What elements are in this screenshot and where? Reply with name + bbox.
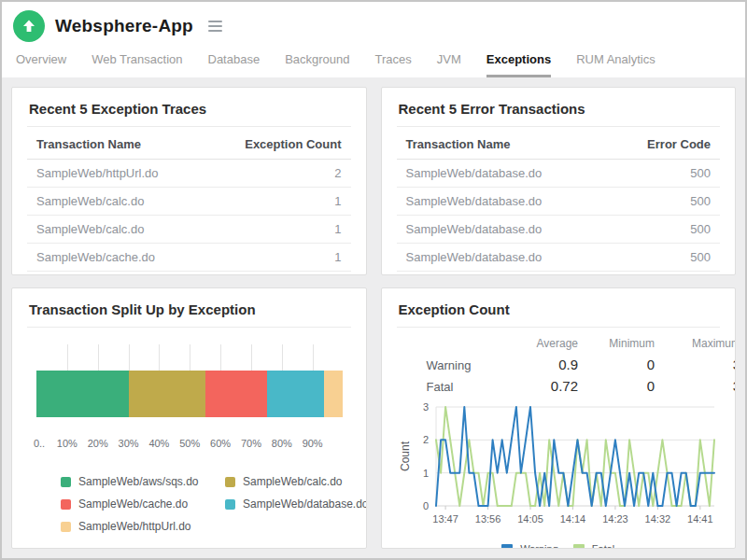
tab-background[interactable]: Background [285, 52, 349, 77]
panel-title: Recent 5 Exception Traces [27, 99, 351, 127]
legend-label: SampleWeb/database.do [243, 497, 367, 511]
exception-traces-table: Transaction Name Exception Count SampleW… [27, 129, 351, 275]
error-transactions-rows: SampleWeb/database.do 500 SampleWeb/data… [397, 160, 721, 276]
gridline [190, 344, 190, 371]
exception-count-legend: Warning Fatal [397, 543, 721, 549]
exception-count-stats-table: AverageMinimumMaximumWarning0.903Fatal0.… [427, 331, 737, 398]
error-transactions-table: Transaction Name Error Code SampleWeb/da… [397, 129, 721, 275]
bar-segment-httpUrl.do[interactable] [324, 371, 343, 417]
up-arrow-icon [21, 18, 37, 35]
percentage-axis: 0..10%20%30%40%50%60%70%80%90% [36, 438, 344, 451]
legend-item[interactable]: SampleWeb/httpUrl.do [61, 520, 225, 533]
transaction-name-cell: SampleWeb/database.do [397, 216, 608, 244]
bar-segment-cache.do[interactable] [205, 371, 268, 417]
svg-text:14:32: 14:32 [644, 513, 670, 525]
stats-value: 3 [655, 355, 736, 376]
column-header-transaction-name: Transaction Name [27, 129, 213, 160]
tab-exceptions[interactable]: Exceptions [486, 52, 551, 77]
svg-text:14:23: 14:23 [602, 513, 628, 525]
axis-tick-label: 10% [57, 438, 78, 449]
value-cell: 2 [213, 160, 351, 188]
tab-database[interactable]: Database [208, 52, 261, 77]
axis-tick-label: 0.. [34, 438, 45, 449]
stats-row-label-warning: Warning [427, 355, 500, 376]
tab-jvm[interactable]: JVM [437, 52, 461, 77]
transaction-name-cell: SampleWeb/calc.do [27, 216, 213, 244]
value-cell: 500 [608, 188, 720, 216]
tab-traces[interactable]: Traces [375, 52, 412, 77]
legend-label: SampleWeb/calc.do [243, 475, 343, 488]
table-row[interactable]: SampleWeb/database.do 500 [397, 216, 721, 244]
table-row[interactable]: SampleWeb/calc.do 1 [27, 188, 351, 216]
panel-title: Exception Count [397, 300, 721, 328]
transaction-name-cell: SampleWeb/database.do [27, 272, 213, 276]
svg-text:14:05: 14:05 [517, 513, 543, 525]
legend-item[interactable]: Fatal [573, 543, 614, 549]
legend-label: SampleWeb/cache.do [78, 497, 188, 511]
transaction-name-cell: SampleWeb/calc.do [27, 188, 213, 216]
axis-tick-label: 70% [241, 438, 261, 449]
table-row[interactable]: SampleWeb/database.do 500 [397, 244, 721, 272]
value-cell: 1 [213, 216, 351, 244]
gridline [251, 344, 252, 371]
value-cell: 500 [608, 244, 720, 272]
table-row[interactable]: SampleWeb/database.do 500 [397, 188, 721, 216]
tab-overview[interactable]: Overview [16, 52, 66, 77]
gridline [98, 344, 99, 371]
exception-count-line-chart: 0123Count13:4713:5614:0514:1414:2314:321… [397, 401, 720, 538]
legend-label: SampleWeb/aws/sqs.do [78, 475, 199, 488]
svg-text:2: 2 [422, 434, 428, 445]
stats-value: 0 [578, 355, 655, 376]
stats-value: 0 [578, 376, 655, 398]
axis-tick-label: 60% [210, 438, 231, 449]
tab-bar: OverviewWeb TransactionDatabaseBackgroun… [13, 44, 734, 77]
bar-segment-database.do[interactable] [267, 371, 324, 417]
legend-label: SampleWeb/httpUrl.do [78, 520, 191, 533]
legend-item[interactable]: SampleWeb/database.do [225, 497, 367, 511]
app-title: Websphere-App [55, 16, 193, 36]
bar-segment-calc.do[interactable] [129, 371, 205, 417]
table-row[interactable]: SampleWeb/database.do 1 [27, 272, 351, 276]
stats-column-average: Average [500, 331, 578, 355]
value-cell: 1 [213, 188, 351, 216]
bar-segment-sqs.do[interactable] [36, 371, 129, 417]
warning-line-series [436, 407, 714, 506]
gridline [129, 344, 130, 371]
y-axis-label: Count [399, 441, 412, 471]
hamburger-menu-icon[interactable] [206, 17, 224, 35]
legend-swatch-icon [61, 499, 71, 510]
table-row[interactable]: SampleWeb/cache.do 1 [27, 244, 351, 272]
table-row[interactable]: SampleWeb/httpUrl.do 2 [27, 160, 351, 188]
table-row[interactable]: SampleWeb/database.do 500 [397, 160, 721, 188]
stats-value: 0.9 [500, 355, 578, 376]
panel-exception-count: Exception Count AverageMinimumMaximumWar… [381, 287, 737, 549]
svg-text:0: 0 [422, 500, 428, 511]
legend-swatch-icon [225, 499, 235, 510]
table-row[interactable]: SampleWeb/calc.do 1 [27, 216, 351, 244]
legend-item[interactable]: SampleWeb/calc.do [225, 475, 367, 488]
stats-column-maximum: Maximum [655, 331, 736, 355]
svg-text:13:56: 13:56 [474, 513, 500, 525]
legend-swatch-icon [573, 544, 585, 549]
table-header-row: Transaction Name Exception Count [27, 129, 351, 160]
value-cell: 500 [608, 216, 720, 244]
axis-tick-label: 90% [303, 438, 323, 449]
panel-title: Recent 5 Error Transactions [397, 99, 721, 127]
svg-text:14:41: 14:41 [687, 513, 713, 525]
legend-item[interactable]: SampleWeb/cache.do [61, 497, 225, 511]
transaction-name-cell: SampleWeb/cache.do [27, 244, 213, 272]
svg-text:13:47: 13:47 [432, 513, 458, 525]
legend-item[interactable]: Warning [501, 543, 558, 549]
legend-swatch-icon [61, 477, 71, 487]
panel-recent-error-transactions: Recent 5 Error Transactions Transaction … [381, 87, 737, 275]
x-axis-ticks: 13:4713:5614:0514:1414:2314:3214:41 [432, 506, 712, 525]
column-header-error-code: Error Code [608, 129, 720, 160]
tab-rum-analytics[interactable]: RUM Analytics [576, 52, 655, 77]
table-row[interactable]: SampleWeb/database.do 500 [397, 272, 721, 276]
tab-web-transaction[interactable]: Web Transaction [92, 52, 182, 77]
legend-item[interactable]: SampleWeb/aws/sqs.do [61, 475, 225, 488]
stats-row-label-fatal: Fatal [427, 376, 500, 398]
transaction-name-cell: SampleWeb/database.do [397, 244, 608, 272]
gridline [159, 344, 160, 371]
panel-transaction-split-up: Transaction Split Up by Exception 0..10%… [11, 287, 367, 549]
